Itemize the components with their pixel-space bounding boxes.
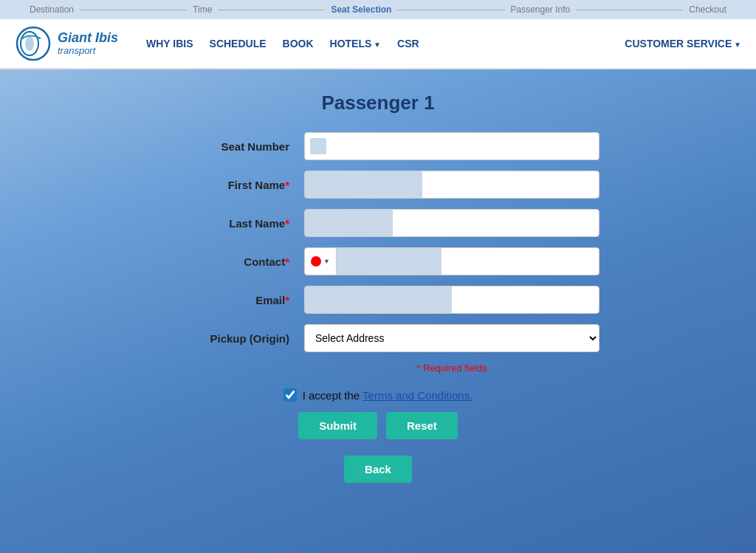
- nav-customer-service[interactable]: CUSTOMER SERVICE: [625, 38, 741, 49]
- back-row: Back: [344, 456, 412, 483]
- passenger-title: Passenger 1: [157, 92, 599, 114]
- pickup-row: Pickup (Origin) Select Address Phnom Pen…: [157, 324, 599, 352]
- contact-row: Contact* ▼: [157, 247, 599, 275]
- country-flag-selector[interactable]: ▼: [305, 248, 337, 275]
- nav-hotels[interactable]: HOTELS: [324, 35, 387, 52]
- seat-number-label: Seat Number: [157, 140, 304, 153]
- terms-checkbox[interactable]: [284, 388, 297, 402]
- last-name-row: Last Name*: [157, 209, 599, 237]
- step-line-3: [397, 10, 504, 10]
- flag-dropdown-arrow: ▼: [323, 258, 330, 265]
- nav-links: WHY IBIS SCHEDULE BOOK HOTELS CSR: [140, 35, 625, 52]
- pickup-label: Pickup (Origin): [157, 332, 304, 345]
- contact-wrapper: ▼: [304, 247, 599, 275]
- nav-book[interactable]: BOOK: [277, 35, 320, 52]
- main-nav: Giant Ibis transport WHY IBIS SCHEDULE B…: [0, 19, 756, 69]
- terms-text: I accept the Terms and Conditions.: [303, 389, 473, 402]
- first-name-row: First Name*: [157, 171, 599, 199]
- last-name-input[interactable]: [304, 209, 599, 237]
- step-line-1: [80, 10, 187, 10]
- seat-number-input[interactable]: [304, 132, 599, 160]
- back-button[interactable]: Back: [344, 456, 412, 483]
- seat-number-row: Seat Number: [157, 132, 599, 160]
- step-line-2: [218, 10, 325, 10]
- first-name-input[interactable]: [304, 171, 599, 199]
- step-seat-selection: Seat Selection: [331, 4, 391, 15]
- step-line-4: [576, 10, 683, 10]
- logo-icon: [15, 25, 52, 62]
- reset-button[interactable]: Reset: [386, 412, 458, 439]
- progress-bar: Destination Time Seat Selection Passenge…: [0, 0, 756, 19]
- nav-right: CUSTOMER SERVICE: [625, 38, 741, 49]
- terms-check-wrapper: I accept the Terms and Conditions.: [284, 388, 473, 402]
- email-label: Email*: [157, 294, 304, 306]
- email-row: Email*: [157, 286, 599, 314]
- terms-section: I accept the Terms and Conditions. Submi…: [157, 388, 599, 483]
- step-passenger-info: Passenger Info: [511, 4, 571, 15]
- nav-csr[interactable]: CSR: [391, 35, 425, 52]
- nav-schedule[interactable]: SCHEDULE: [204, 35, 272, 52]
- nav-why-ibis[interactable]: WHY IBIS: [140, 35, 199, 52]
- main-content: Passenger 1 Seat Number First Name* Last…: [0, 69, 756, 505]
- terms-link[interactable]: Terms and Conditions.: [362, 389, 472, 402]
- logo: Giant Ibis transport: [15, 25, 118, 62]
- seat-input-wrapper: [304, 132, 599, 160]
- email-input[interactable]: [304, 286, 599, 314]
- first-name-label: First Name*: [157, 179, 304, 191]
- step-time: Time: [193, 4, 212, 15]
- submit-button[interactable]: Submit: [298, 412, 377, 439]
- last-name-label: Last Name*: [157, 217, 304, 230]
- pickup-select[interactable]: Select Address Phnom Penh Central Airpor…: [304, 324, 599, 352]
- svg-point-2: [25, 36, 34, 51]
- logo-text: Giant Ibis transport: [58, 31, 118, 57]
- seat-indicator: [310, 138, 326, 154]
- step-checkout: Checkout: [689, 4, 726, 15]
- flag-circle: [311, 256, 321, 267]
- passenger-form-container: Passenger 1 Seat Number First Name* Last…: [157, 92, 599, 483]
- contact-label: Contact*: [157, 255, 304, 268]
- required-note: * Required fields: [304, 363, 599, 374]
- contact-input[interactable]: [337, 248, 599, 275]
- button-row: Submit Reset: [298, 412, 458, 439]
- step-destination: Destination: [30, 4, 74, 15]
